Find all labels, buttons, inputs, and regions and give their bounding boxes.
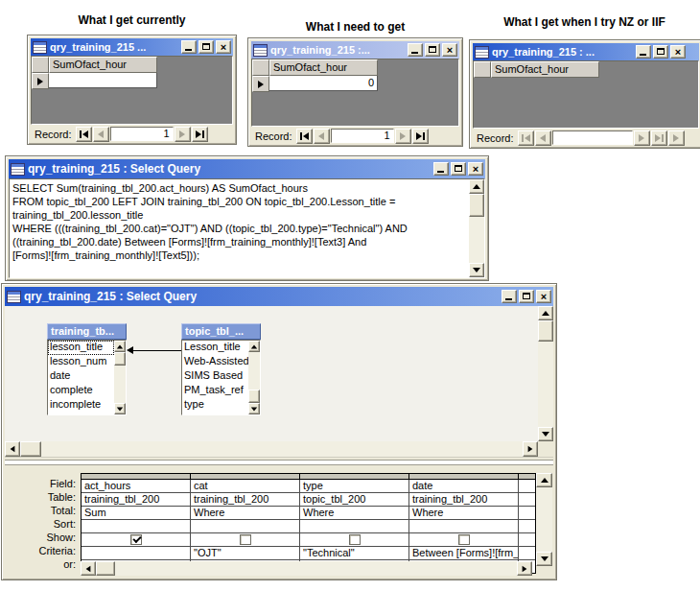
grid-cell-sort[interactable] bbox=[82, 520, 191, 532]
datasheet-corner-cell[interactable] bbox=[252, 59, 269, 76]
grid-cell-criteria[interactable]: Between [Forms]![frm_ bbox=[409, 547, 519, 559]
field-list-scrollbar[interactable] bbox=[114, 341, 126, 414]
next-record-button[interactable] bbox=[395, 129, 411, 144]
column-header[interactable]: SumOfact_hour bbox=[49, 57, 157, 73]
grid-cell-sort[interactable] bbox=[300, 520, 409, 532]
grid-vertical-scrollbar[interactable] bbox=[536, 473, 552, 566]
column-header[interactable]: SumOfact_hour bbox=[491, 61, 599, 78]
grid-cell-show[interactable] bbox=[191, 533, 300, 546]
scroll-right-button[interactable] bbox=[517, 561, 532, 576]
grid-cell-field[interactable]: act_hours bbox=[82, 480, 191, 492]
minimize-button[interactable] bbox=[408, 43, 423, 57]
close-button[interactable]: × bbox=[468, 162, 483, 176]
pane-horizontal-scrollbar[interactable] bbox=[5, 441, 538, 457]
grid-cell-table[interactable]: topic_tbl_200 bbox=[300, 493, 409, 506]
minimize-button[interactable] bbox=[433, 162, 449, 176]
field-item[interactable]: complete bbox=[48, 384, 114, 398]
minimize-button[interactable] bbox=[502, 290, 517, 303]
title-bar[interactable]: qry_training_215 ... × bbox=[31, 38, 233, 56]
grid-cell-table[interactable]: training_tbl_200 bbox=[191, 493, 300, 506]
maximize-button[interactable] bbox=[653, 45, 668, 59]
scroll-up-button[interactable] bbox=[114, 341, 126, 352]
field-list-title[interactable]: training_tb... bbox=[47, 323, 127, 340]
title-bar[interactable]: qry_training_215 : Select Query × bbox=[5, 287, 553, 306]
show-checkbox[interactable] bbox=[349, 534, 361, 545]
scroll-up-button[interactable] bbox=[248, 341, 260, 352]
field-list-training-tbl[interactable]: training_tb... lesson_titlelesson_numdat… bbox=[47, 323, 127, 415]
grid-cell-total[interactable]: Where bbox=[409, 507, 519, 519]
grid-cell-total[interactable]: Where bbox=[191, 507, 300, 519]
previous-record-button[interactable] bbox=[93, 127, 109, 142]
grid-cell-stub[interactable] bbox=[519, 493, 535, 506]
grid-cell-table[interactable]: training_tbl_200 bbox=[409, 493, 519, 506]
grid-cell-stub[interactable] bbox=[519, 507, 535, 519]
field-item[interactable]: SIMS Based bbox=[182, 369, 248, 384]
grid-cell-stub[interactable] bbox=[519, 480, 535, 492]
sql-text-area[interactable]: SELECT Sum(training_tbl_200.act_hours) A… bbox=[9, 178, 485, 278]
close-button[interactable]: × bbox=[442, 43, 457, 57]
scroll-down-button[interactable] bbox=[538, 427, 553, 441]
row-selector[interactable] bbox=[252, 76, 269, 92]
field-list-scrollbar[interactable] bbox=[248, 341, 260, 414]
grid-cell-total[interactable]: Where bbox=[300, 507, 409, 519]
previous-record-button[interactable] bbox=[314, 129, 330, 144]
last-record-button[interactable] bbox=[651, 130, 667, 146]
grid-cell-criteria[interactable]: "OJT" bbox=[191, 547, 300, 559]
pane-vertical-scrollbar[interactable] bbox=[538, 306, 553, 441]
grid-cell-total[interactable]: Sum bbox=[82, 507, 191, 519]
scroll-up-button[interactable] bbox=[536, 473, 552, 487]
grid-cell-stub[interactable] bbox=[519, 520, 535, 532]
data-cell[interactable]: 0 bbox=[269, 76, 378, 91]
record-number-box[interactable]: 1 bbox=[331, 129, 394, 143]
scrollbar-thumb[interactable] bbox=[248, 390, 260, 403]
next-record-button[interactable] bbox=[634, 130, 650, 146]
record-number-box[interactable]: 1 bbox=[110, 127, 174, 141]
scroll-left-button[interactable] bbox=[5, 441, 20, 457]
grid-cell-criteria[interactable]: "Technical" bbox=[300, 547, 409, 559]
field-item[interactable]: type bbox=[182, 398, 248, 413]
grid-cell-show[interactable] bbox=[300, 533, 409, 546]
join-line[interactable] bbox=[132, 350, 181, 351]
column-header[interactable]: SumOfact_hour bbox=[269, 59, 378, 76]
scroll-up-button[interactable] bbox=[538, 306, 553, 320]
previous-record-button[interactable] bbox=[535, 130, 551, 146]
title-bar[interactable]: qry_training_215 :... × bbox=[251, 41, 459, 59]
grid-cell-field[interactable]: date bbox=[409, 480, 519, 492]
close-button[interactable]: × bbox=[216, 40, 231, 54]
minimize-button[interactable] bbox=[181, 40, 197, 54]
data-cell[interactable] bbox=[49, 73, 157, 88]
first-record-button[interactable] bbox=[296, 129, 313, 144]
field-item[interactable]: date bbox=[48, 369, 114, 384]
show-checkbox-checked[interactable] bbox=[130, 534, 142, 545]
field-item[interactable]: lesson_num bbox=[48, 355, 114, 369]
grid-cell-table[interactable]: training_tbl_200 bbox=[82, 493, 191, 506]
scroll-left-button[interactable] bbox=[81, 561, 96, 576]
show-checkbox[interactable] bbox=[240, 534, 251, 545]
title-bar[interactable]: qry_training_215 : ... × bbox=[473, 43, 699, 60]
new-record-button[interactable] bbox=[668, 130, 685, 146]
scrollbar-thumb[interactable] bbox=[469, 194, 484, 217]
grid-cell-criteria[interactable] bbox=[82, 547, 191, 559]
grid-cell-stub[interactable] bbox=[519, 547, 535, 559]
grid-cell-field[interactable]: cat bbox=[191, 480, 300, 492]
datasheet-corner-cell[interactable] bbox=[474, 61, 491, 78]
grid-cell-sort[interactable] bbox=[191, 520, 300, 532]
field-item[interactable]: Lesson_title bbox=[182, 341, 248, 355]
scrollbar-thumb[interactable] bbox=[538, 320, 553, 342]
row-selector[interactable] bbox=[32, 73, 49, 89]
field-list-topic-tbl[interactable]: topic_tbl_... Lesson_titleWeb-AssistedSI… bbox=[181, 323, 261, 415]
scrollbar-thumb[interactable] bbox=[114, 352, 126, 366]
pane-splitter[interactable] bbox=[5, 460, 553, 465]
scroll-up-button[interactable] bbox=[469, 179, 484, 194]
field-item[interactable]: PM_task_ref bbox=[182, 384, 248, 398]
scroll-down-button[interactable] bbox=[114, 403, 126, 414]
sql-vertical-scrollbar[interactable] bbox=[469, 179, 484, 277]
maximize-button[interactable] bbox=[451, 162, 466, 176]
scrollbar-thumb[interactable] bbox=[20, 441, 41, 457]
last-record-button[interactable] bbox=[192, 127, 208, 142]
title-bar[interactable]: qry_training_215 : Select Query × bbox=[9, 159, 485, 178]
grid-cell-field[interactable]: type bbox=[300, 480, 409, 492]
maximize-button[interactable] bbox=[425, 43, 440, 57]
grid-cell-sort[interactable] bbox=[409, 520, 519, 532]
first-record-button[interactable] bbox=[518, 130, 534, 146]
